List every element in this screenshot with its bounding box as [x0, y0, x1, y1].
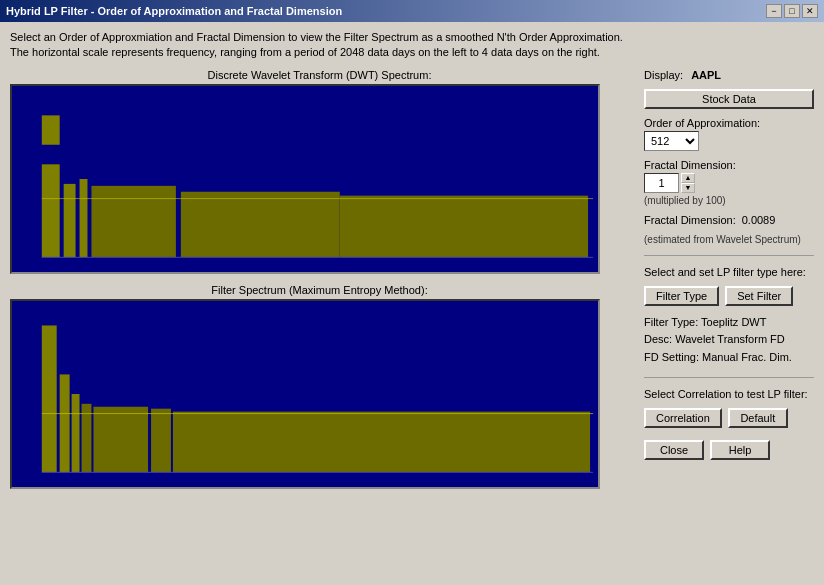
svg-rect-12 [60, 374, 70, 472]
svg-rect-7 [340, 195, 588, 257]
minimize-button[interactable]: − [766, 4, 782, 18]
main-content: Discrete Wavelet Transform (DWT) Spectru… [10, 69, 814, 577]
svg-rect-6 [181, 192, 340, 258]
set-filter-button[interactable]: Set Filter [725, 286, 793, 306]
correlation-label: Select Correlation to test LP filter: [644, 388, 814, 400]
charts-panel: Discrete Wavelet Transform (DWT) Spectru… [10, 69, 629, 577]
window-title: Hybrid LP Filter - Order of Approximatio… [6, 5, 342, 17]
footer-btn-row: Close Help [644, 440, 814, 460]
mem-chart-svg [12, 301, 598, 487]
dwt-chart-title: Discrete Wavelet Transform (DWT) Spectru… [10, 69, 629, 81]
display-label: Display: [644, 69, 683, 81]
order-select-row: 512 64 128 256 1024 [644, 131, 814, 151]
correlation-btn-row: Correlation Default [644, 408, 814, 428]
mem-chart-container: Filter Spectrum (Maximum Entropy Method)… [10, 284, 629, 489]
dwt-chart-container: Discrete Wavelet Transform (DWT) Spectru… [10, 69, 629, 274]
filter-type-info: Filter Type: Toeplitz DWT [644, 314, 814, 332]
svg-rect-17 [173, 411, 590, 472]
mem-chart: peak avg zero [10, 299, 600, 489]
display-row: Display: AAPL [644, 69, 814, 81]
svg-rect-13 [72, 394, 80, 472]
window-body: Select an Order of Approxmiation and Fra… [0, 22, 824, 585]
display-value: AAPL [691, 69, 721, 81]
spinner-down-button[interactable]: ▼ [681, 183, 695, 193]
svg-rect-5 [91, 186, 175, 257]
fractal-group: Fractal Dimension: 1 ▲ ▼ (multiplied by … [644, 159, 814, 206]
svg-rect-16 [151, 408, 171, 472]
fd-estimated-text: (estimated from Wavelet Spectrum) [644, 234, 814, 245]
mem-chart-title: Filter Spectrum (Maximum Entropy Method)… [10, 284, 629, 296]
filter-fd-setting-info: FD Setting: Manual Frac. Dim. [644, 349, 814, 367]
close-button[interactable]: ✕ [802, 4, 818, 18]
fd-label: Fractal Dimension: [644, 214, 736, 226]
svg-rect-2 [42, 115, 60, 144]
separator-2 [644, 377, 814, 378]
close-button[interactable]: Close [644, 440, 704, 460]
multiplied-text: (multiplied by 100) [644, 195, 814, 206]
description-line2: The horizontal scale represents frequenc… [10, 45, 814, 60]
description-line1: Select an Order of Approxmiation and Fra… [10, 30, 814, 45]
filter-select-label: Select and set LP filter type here: [644, 266, 814, 278]
filter-desc-info: Desc: Wavelet Transform FD [644, 331, 814, 349]
default-button[interactable]: Default [728, 408, 788, 428]
stock-data-button[interactable]: Stock Data [644, 89, 814, 109]
svg-rect-3 [64, 184, 76, 257]
fractal-label: Fractal Dimension: [644, 159, 814, 171]
title-bar-controls: − □ ✕ [766, 4, 818, 18]
maximize-button[interactable]: □ [784, 4, 800, 18]
description: Select an Order of Approxmiation and Fra… [10, 30, 814, 61]
svg-rect-15 [93, 407, 148, 473]
spinner-buttons: ▲ ▼ [681, 173, 695, 193]
dwt-chart-svg [12, 86, 598, 272]
filter-btn-row: Filter Type Set Filter [644, 286, 814, 306]
dwt-chart: peak avg zero [10, 84, 600, 274]
right-panel: Display: AAPL Stock Data Order of Approx… [639, 69, 814, 577]
spinner-up-button[interactable]: ▲ [681, 173, 695, 183]
filter-info: Filter Type: Toeplitz DWT Desc: Wavelet … [644, 314, 814, 367]
title-bar: Hybrid LP Filter - Order of Approximatio… [0, 0, 824, 22]
order-group: Order of Approximation: 512 64 128 256 1… [644, 117, 814, 151]
svg-rect-1 [42, 164, 60, 257]
separator-1 [644, 255, 814, 256]
order-label: Order of Approximation: [644, 117, 814, 129]
fractal-input[interactable]: 1 [644, 173, 679, 193]
order-select[interactable]: 512 64 128 256 1024 [644, 131, 699, 151]
fd-value: 0.0089 [742, 214, 776, 226]
fractal-spinner: 1 ▲ ▼ [644, 173, 814, 193]
svg-rect-11 [42, 325, 57, 472]
filter-type-button[interactable]: Filter Type [644, 286, 719, 306]
fd-value-row: Fractal Dimension: 0.0089 [644, 214, 814, 226]
help-button[interactable]: Help [710, 440, 770, 460]
svg-rect-4 [80, 179, 88, 257]
correlation-button[interactable]: Correlation [644, 408, 722, 428]
